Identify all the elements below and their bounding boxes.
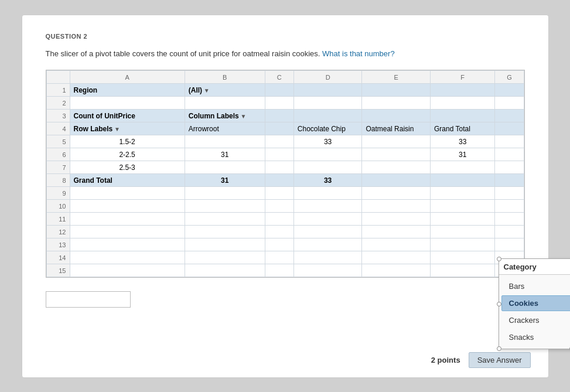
row-number: 6 bbox=[46, 148, 70, 161]
table-row: 1Region(All) ▼ bbox=[46, 84, 524, 97]
row-number: 13 bbox=[46, 238, 70, 251]
cell bbox=[495, 148, 524, 161]
question-text: The slicer of a pivot table covers the c… bbox=[46, 48, 525, 60]
cell: Count of UnitPrice bbox=[70, 110, 185, 122]
cell bbox=[495, 122, 524, 135]
cell bbox=[495, 97, 524, 110]
points-label: 2 points bbox=[431, 356, 460, 364]
cell bbox=[70, 238, 185, 251]
cell bbox=[495, 135, 524, 148]
cell bbox=[265, 174, 293, 187]
cell bbox=[265, 161, 293, 174]
cell bbox=[185, 187, 265, 200]
cell bbox=[362, 161, 431, 174]
cell bbox=[430, 200, 494, 213]
cell bbox=[293, 200, 362, 213]
slicer-items: BarsCookiesCrackersSnacks bbox=[499, 275, 571, 349]
cell bbox=[362, 84, 431, 97]
cell bbox=[362, 97, 431, 110]
cell: Grand Total bbox=[70, 174, 185, 187]
cell bbox=[70, 226, 185, 238]
table-row: 10 bbox=[46, 200, 524, 213]
col-header-e: E bbox=[362, 71, 431, 84]
footer: 2 points Save Answer bbox=[431, 352, 531, 368]
cell bbox=[495, 200, 524, 213]
col-header-empty bbox=[46, 71, 70, 84]
cell bbox=[362, 264, 431, 277]
col-header-b: B bbox=[185, 71, 265, 84]
table-row: 3Count of UnitPriceColumn Labels ▼ bbox=[46, 110, 524, 122]
cell: 33 bbox=[430, 135, 494, 148]
slicer-item[interactable]: Cookies bbox=[501, 295, 571, 311]
cell bbox=[265, 122, 293, 135]
row-number: 8 bbox=[46, 174, 70, 187]
table-row: 13 bbox=[46, 238, 524, 251]
table-row: 62-2.53131 bbox=[46, 148, 524, 161]
cell bbox=[265, 110, 293, 122]
question-label: QUESTION 2 bbox=[46, 33, 525, 40]
cell bbox=[430, 226, 494, 238]
row-number: 4 bbox=[46, 122, 70, 135]
save-answer-button[interactable]: Save Answer bbox=[469, 352, 531, 368]
cell bbox=[495, 110, 524, 122]
cell bbox=[293, 226, 362, 238]
cell bbox=[362, 200, 431, 213]
question-text-highlight: What is that number? bbox=[322, 49, 395, 58]
slicer-handle-ml[interactable] bbox=[497, 302, 501, 306]
cell bbox=[265, 148, 293, 161]
cell: Region bbox=[70, 84, 185, 97]
cell bbox=[265, 84, 293, 97]
cell bbox=[495, 226, 524, 238]
cell bbox=[495, 213, 524, 226]
cell bbox=[430, 213, 494, 226]
cell bbox=[185, 238, 265, 251]
cell bbox=[293, 187, 362, 200]
cell bbox=[185, 97, 265, 110]
slicer-title-bar: Category ≡ ✕ bbox=[499, 259, 571, 275]
cell bbox=[70, 264, 185, 277]
slicer-item[interactable]: Bars bbox=[501, 278, 571, 294]
slicer-handle-tl[interactable] bbox=[497, 257, 501, 261]
cell bbox=[265, 226, 293, 238]
col-header-row: A B C D E F G bbox=[46, 71, 524, 84]
cell: 33 bbox=[293, 174, 362, 187]
cell bbox=[430, 97, 494, 110]
cell: Grand Total bbox=[430, 122, 494, 135]
cell: 2.5-3 bbox=[70, 161, 185, 174]
row-number: 10 bbox=[46, 200, 70, 213]
cell bbox=[362, 148, 431, 161]
slicer-box: Category ≡ ✕ BarsCookiesCrackersSnacks bbox=[499, 258, 571, 349]
cell bbox=[70, 213, 185, 226]
row-number: 9 bbox=[46, 187, 70, 200]
cell bbox=[70, 251, 185, 264]
slicer-item[interactable]: Crackers bbox=[501, 312, 571, 328]
cell: Column Labels ▼ bbox=[185, 110, 265, 122]
row-number: 14 bbox=[46, 251, 70, 264]
row-number: 15 bbox=[46, 264, 70, 277]
cell bbox=[430, 251, 494, 264]
answer-input[interactable] bbox=[46, 291, 131, 308]
slicer-handle-bl[interactable] bbox=[497, 346, 501, 351]
table-row: 2 bbox=[46, 97, 524, 110]
cell bbox=[430, 161, 494, 174]
question-card: QUESTION 2 The slicer of a pivot table c… bbox=[22, 15, 549, 378]
cell bbox=[265, 187, 293, 200]
cell bbox=[265, 213, 293, 226]
col-header-c: C bbox=[265, 71, 293, 84]
spreadsheet: A B C D E F G 1Region(All) ▼23Count of U… bbox=[46, 70, 525, 278]
slicer-item[interactable]: Snacks bbox=[501, 329, 571, 345]
cell bbox=[495, 238, 524, 251]
row-number: 3 bbox=[46, 110, 70, 122]
cell bbox=[293, 251, 362, 264]
cell bbox=[70, 187, 185, 200]
row-number: 5 bbox=[46, 135, 70, 148]
cell bbox=[430, 187, 494, 200]
cell bbox=[185, 264, 265, 277]
cell: 2-2.5 bbox=[70, 148, 185, 161]
cell bbox=[185, 226, 265, 238]
cell: 31 bbox=[430, 148, 494, 161]
cell bbox=[265, 200, 293, 213]
table-row: 14 bbox=[46, 251, 524, 264]
cell: Row Labels ▼ bbox=[70, 122, 185, 135]
cell: Arrowroot bbox=[185, 122, 265, 135]
